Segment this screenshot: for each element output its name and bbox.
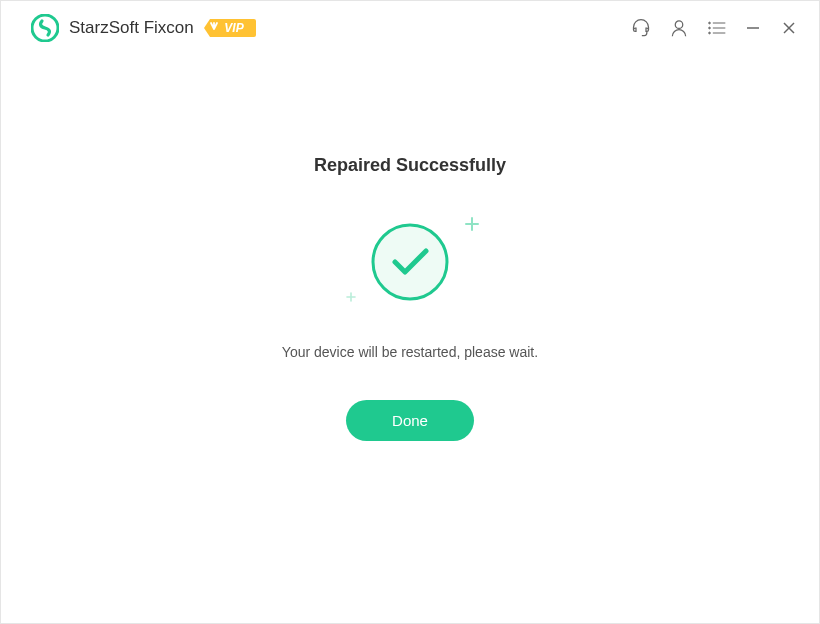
title-bar: StarzSoft Fixcon VIP: [1, 1, 819, 55]
svg-point-5: [709, 27, 711, 29]
user-icon[interactable]: [669, 18, 689, 38]
svg-text:VIP: VIP: [224, 21, 244, 35]
plus-decoration-icon: [464, 216, 480, 236]
status-message: Your device will be restarted, please wa…: [282, 344, 538, 360]
headset-icon[interactable]: [631, 18, 651, 38]
title-bar-left: StarzSoft Fixcon VIP: [31, 14, 631, 42]
close-button[interactable]: [779, 18, 799, 38]
svg-point-2: [675, 20, 683, 28]
app-title: StarzSoft Fixcon: [69, 18, 194, 38]
title-bar-right: [631, 18, 799, 38]
app-window: StarzSoft Fixcon VIP: [0, 0, 820, 624]
success-checkmark-icon: [370, 288, 450, 305]
main-content: Repaired Successfully: [1, 55, 819, 623]
done-button[interactable]: Done: [346, 400, 474, 441]
menu-icon[interactable]: [707, 18, 727, 38]
vip-badge: VIP: [204, 17, 256, 39]
plus-decoration-icon: [346, 288, 356, 306]
svg-point-12: [373, 225, 447, 299]
minimize-button[interactable]: [745, 18, 761, 38]
success-icon-wrapper: [370, 222, 450, 302]
svg-point-3: [709, 22, 711, 24]
svg-point-7: [709, 32, 711, 34]
app-logo-icon: [31, 14, 59, 42]
page-title: Repaired Successfully: [314, 155, 506, 176]
